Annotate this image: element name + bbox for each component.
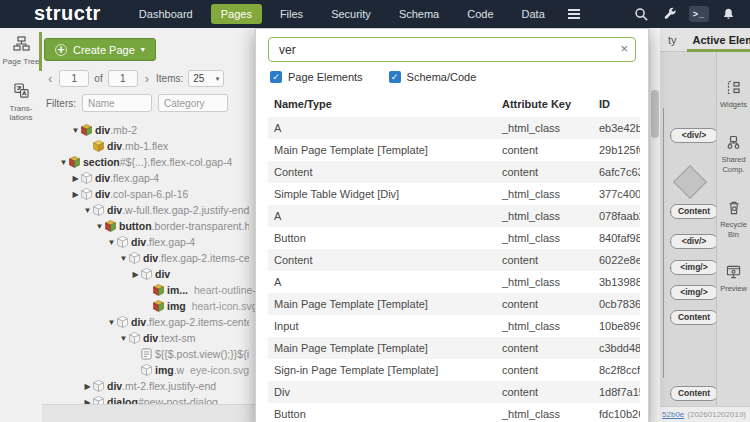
filters-label: Filters: [46,98,76,109]
result-row[interactable]: Simple Table Widget [Div]_html_class377c… [268,183,640,205]
tree-row[interactable]: ▶div [42,266,255,282]
decision-diamond-node[interactable] [673,165,707,199]
result-row[interactable]: Sign-in Page Template [Template]content8… [268,359,640,381]
result-row[interactable]: A_html_class078faab2... [268,205,640,227]
status-bar: ust 52b0e (202601202019) [660,406,750,422]
cube-color-icon [69,156,83,168]
preview-icon [726,265,741,282]
create-page-button[interactable]: + Create Page ▾ [44,38,156,61]
items-label: Items: [156,73,183,84]
tree-row[interactable]: ▼section#${...}.flex.flex-col.gap-4 [42,154,255,170]
expander-down-icon[interactable]: ▼ [82,206,93,215]
tree-row[interactable]: ▶dialog#new-post-dialog [42,394,255,404]
result-row[interactable]: Input_html_class10be896... [268,315,640,337]
page-size-select[interactable]: 25 ▾ [188,70,224,87]
name-filter-input[interactable] [82,94,152,112]
tree-row[interactable]: div.mb-1.flex [42,138,255,154]
result-row[interactable]: Divcontent1d8f7a15... [268,381,640,403]
tree-row[interactable]: ▶div.col-span-6.pl-16 [42,186,255,202]
create-page-label: Create Page [73,44,135,56]
tab-security-partial[interactable]: ty [660,28,685,52]
tool-preview[interactable]: Preview [717,265,750,293]
search-icon[interactable] [631,5,651,23]
nav-data[interactable]: Data [512,4,555,24]
tree-row[interactable]: ▼div.w-full.flex.gap-2.justify-end. [42,202,255,218]
nav-pages[interactable]: Pages [211,4,262,24]
result-row[interactable]: Button_html_classfdc10b26... [268,403,640,422]
expander-down-icon[interactable]: ▼ [70,126,81,135]
diagram-node[interactable]: Content [670,310,718,325]
tree-row[interactable]: ▼div.text-sm [42,330,255,346]
wrench-icon[interactable] [660,5,680,23]
result-row[interactable]: A_html_class3b13988... [268,271,640,293]
rail-item-page-tree[interactable]: Page Tree [0,28,42,75]
result-row[interactable]: Contentcontent6afc7c63... [268,161,640,183]
expander-down-icon[interactable]: ▼ [118,254,129,263]
diagram-node[interactable]: <img/> [670,285,718,300]
tree-row[interactable]: im...heart-outline-icon.svg [42,282,255,298]
total-pages: 1 [108,70,138,87]
result-row[interactable]: Main Page Template [Template]contentc3bd… [268,337,640,359]
tree-row[interactable]: ${{$.post.view();}}${int(add(size... [42,346,255,362]
nav-schema[interactable]: Schema [389,4,449,24]
checkbox-schema-code[interactable]: ✓ Schema/Code [389,71,477,83]
tree-row[interactable]: ▼div.flex.gap-2.items-center [42,314,255,330]
result-row[interactable]: Main Page Template [Template]content29b1… [268,139,640,161]
expander-down-icon[interactable]: ▼ [106,238,117,247]
result-row[interactable]: Button_html_class840faf98... [268,227,640,249]
tree-row[interactable]: ▼button.border-transparent.hover:b... [42,218,255,234]
diagram-node[interactable]: <div/> [670,234,718,249]
diagram-node[interactable]: Content [670,204,718,219]
page-number-input[interactable] [59,70,89,87]
hamburger-menu-icon[interactable] [561,6,587,22]
result-row[interactable]: Main Page Template [Template]content0cb7… [268,293,640,315]
tool-widgets[interactable]: Widgets [717,80,750,109]
nav-files[interactable]: Files [270,4,313,24]
tool-shared-comp-[interactable]: Shared Comp. [717,135,750,174]
tool-recycle-bin[interactable]: Recycle Bin [717,200,750,239]
terminal-icon[interactable]: >_ [689,5,709,23]
next-page-button[interactable]: › [143,71,151,86]
scrollbar-thumb[interactable] [651,90,659,138]
category-filter-input[interactable] [158,94,228,112]
nav-code[interactable]: Code [457,4,503,24]
checkbox-checked-icon: ✓ [389,71,401,83]
tree-row[interactable]: ▶div.flex.gap-4 [42,170,255,186]
diagram-node[interactable]: Content [670,386,718,401]
clear-search-icon[interactable]: × [620,41,628,56]
expander-down-icon[interactable]: ▼ [106,318,117,327]
result-row[interactable]: Contentcontent6022e8e7... [268,249,640,271]
checkbox-page-elements[interactable]: ✓ Page Elements [270,71,363,83]
nav-dashboard[interactable]: Dashboard [129,4,203,24]
tree-row[interactable]: ▼div.mb-2 [42,122,255,138]
linked-file-name: heart-icon.svg [186,300,255,312]
expander-right-icon[interactable]: ▶ [82,382,93,391]
expander-right-icon[interactable]: ▶ [70,174,81,183]
cube-outline-icon [81,188,95,200]
tree-row[interactable]: img.w-4.h-...heart-icon.svg [42,298,255,314]
rail-item-trans-lations[interactable]: Trans-lations [0,75,42,131]
expander-right-icon[interactable]: ▶ [130,270,141,279]
result-row[interactable]: A_html_classeb3e42b... [268,117,640,139]
build-link[interactable]: 52b0e [662,410,684,419]
expander-down-icon[interactable]: ▼ [94,222,105,231]
diagram-node[interactable]: <img/> [670,260,718,275]
tree-row[interactable]: ▶div.mt-2.flex.justify-end [42,378,255,394]
right-panel-tabs: ty Active Elements [660,28,750,52]
cube-outline-icon [141,268,155,280]
bell-icon[interactable] [718,5,738,23]
prev-page-button[interactable]: ‹ [46,71,54,86]
expander-right-icon[interactable]: ▶ [70,190,81,199]
expander-down-icon[interactable]: ▼ [58,158,69,167]
diagram-node[interactable]: <div/> [670,128,718,143]
tree-row[interactable]: img.w-5.h-5.inlin...eye-icon.svg [42,362,255,378]
search-input[interactable] [268,37,636,62]
tab-active-elements[interactable]: Active Elements [685,28,750,52]
panel-footer [42,404,255,422]
tree-row[interactable]: ▼div.flex.gap-2.items-center [42,250,255,266]
expander-down-icon[interactable]: ▼ [118,334,129,343]
plus-icon: + [55,44,67,56]
nav-security[interactable]: Security [321,4,381,24]
tree-row[interactable]: ▼div.flex.gap-4 [42,234,255,250]
vertical-scrollbar[interactable] [650,28,660,422]
